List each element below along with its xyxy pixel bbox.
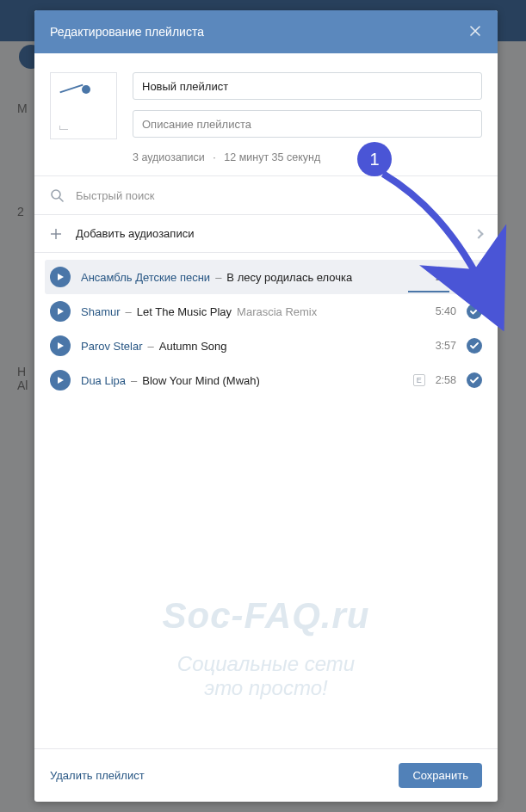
playlist-cover[interactable] [50,72,117,139]
track-info: Shamur–Let The Music PlayMarascia Remix [81,305,425,318]
explicit-badge: E [413,374,425,386]
cover-decor [82,85,90,94]
dialog-header: Редактирование плейлиста [34,10,498,53]
track-title: В лесу родилась елочка [226,271,352,284]
watermark-line: Социальные сети [34,652,498,676]
track-select-toggle[interactable] [467,269,482,285]
track-artist: Ансамбль Детские песни [81,271,210,284]
track-row[interactable]: Shamur–Let The Music PlayMarascia Remix5… [45,294,487,329]
watermark-line: Soc-FAQ.ru [34,595,498,637]
playlist-edit-dialog: Редактирование плейлиста 3 аудиозаписи ·… [34,10,498,802]
track-info: Dua Lipa–Blow Your Mind (Mwah) [81,374,403,387]
quick-search-input[interactable] [76,189,482,202]
track-progress[interactable] [79,291,449,292]
track-title: Let The Music Play [137,305,232,318]
track-list: Ансамбль Детские песни–В лесу родилась е… [34,253,498,397]
separator-dash: – [131,374,137,387]
track-select-toggle[interactable] [467,304,482,319]
track-title: Blow Your Mind (Mwah) [142,374,260,387]
add-tracks-label: Добавить аудиозаписи [76,227,461,240]
track-remix: Marascia Remix [237,305,317,318]
play-icon[interactable] [50,335,71,356]
delete-playlist-link[interactable]: Удалить плейлист [50,769,145,782]
track-row[interactable]: Parov Stelar–Autumn Song3:57 [45,329,487,363]
close-icon[interactable] [470,25,480,39]
play-icon[interactable] [50,301,71,322]
watermark: Soc-FAQ.ru Социальные сети это просто! [34,595,498,700]
save-button[interactable]: Сохранить [399,763,482,788]
play-icon[interactable] [50,370,71,391]
track-row[interactable]: Ансамбль Детские песни–В лесу родилась е… [45,260,487,294]
track-duration: 2:58 [436,374,456,386]
duration-count: 12 минут 35 секунд [224,151,320,163]
track-count: 3 аудиозаписи [133,151,205,163]
track-artist: Dua Lipa [81,374,126,387]
separator-dot: · [207,151,220,163]
add-tracks-row[interactable]: Добавить аудиозаписи [34,215,498,253]
playlist-description-input[interactable] [133,110,482,138]
track-title: Autumn Song [159,340,227,353]
cover-decor [59,126,68,130]
track-info: Parov Stelar–Autumn Song [81,340,425,353]
cover-decor [59,84,83,94]
search-icon [50,188,64,202]
watermark-line: это просто! [34,676,498,700]
playlist-name-input[interactable] [133,72,482,100]
track-duration: 2:09 [436,271,456,283]
plus-icon [50,228,62,240]
track-duration: 5:40 [436,305,456,317]
separator-dash: – [148,340,154,353]
track-duration: 3:57 [436,340,456,352]
playlist-counts: 3 аудиозаписи · 12 минут 35 секунд [133,148,482,163]
track-select-toggle[interactable] [467,338,482,354]
track-info: Ансамбль Детские песни–В лесу родилась е… [81,271,425,284]
play-icon[interactable] [50,267,71,287]
track-select-toggle[interactable] [467,372,482,388]
separator-dash: – [215,271,221,284]
dialog-footer: Удалить плейлист Сохранить [34,748,498,802]
dialog-title: Редактирование плейлиста [50,25,204,39]
track-artist: Parov Stelar [81,340,143,353]
playlist-meta: 3 аудиозаписи · 12 минут 35 секунд [34,53,498,176]
chevron-right-icon [473,229,483,238]
search-row [34,176,498,215]
track-row[interactable]: Dua Lipa–Blow Your Mind (Mwah)E2:58 [45,363,487,397]
svg-line-1 [59,198,63,201]
separator-dash: – [126,305,132,318]
track-artist: Shamur [81,305,121,318]
